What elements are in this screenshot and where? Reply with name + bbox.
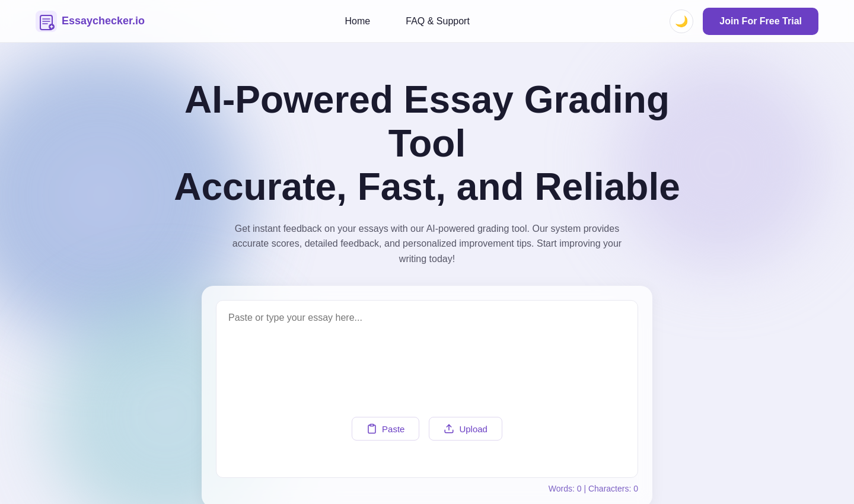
essay-textarea[interactable] — [228, 312, 626, 385]
upload-button[interactable]: Upload — [429, 417, 502, 441]
hero-title: AI-Powered Essay Grading Tool Accurate, … — [160, 78, 694, 209]
nav-links: Home FAQ & Support — [345, 16, 470, 27]
paste-button[interactable]: Paste — [352, 417, 419, 441]
logo-icon — [36, 11, 57, 32]
essay-input-area: Paste Upload — [216, 300, 638, 478]
clipboard-icon — [367, 423, 377, 434]
hero-title-line2: Accurate, Fast, and Reliable — [174, 165, 680, 208]
essay-actions: Paste Upload — [228, 393, 626, 465]
dark-mode-toggle[interactable]: 🌙 — [670, 9, 693, 33]
join-button[interactable]: Join For Free Trial — [703, 8, 818, 35]
word-count: Words: 0 | Characters: 0 — [216, 484, 638, 493]
logo-text: Essaychecker.io — [62, 15, 145, 27]
hero-subtitle: Get instant feedback on your essays with… — [225, 221, 629, 267]
essay-card: Paste Upload Words: 0 | Characters: 0 — [202, 286, 652, 504]
hero-title-line1: AI-Powered Essay Grading Tool — [184, 78, 670, 165]
nav-right: 🌙 Join For Free Trial — [670, 8, 818, 35]
navbar: Essaychecker.io Home FAQ & Support 🌙 Joi… — [0, 0, 854, 43]
nav-home[interactable]: Home — [345, 16, 371, 27]
paste-label: Paste — [382, 424, 404, 434]
upload-label: Upload — [459, 424, 487, 434]
svg-rect-8 — [370, 425, 374, 426]
nav-faq[interactable]: FAQ & Support — [406, 16, 470, 27]
upload-icon — [444, 423, 454, 434]
logo-link[interactable]: Essaychecker.io — [36, 11, 145, 32]
moon-icon: 🌙 — [675, 15, 688, 28]
main-content: AI-Powered Essay Grading Tool Accurate, … — [0, 43, 854, 504]
